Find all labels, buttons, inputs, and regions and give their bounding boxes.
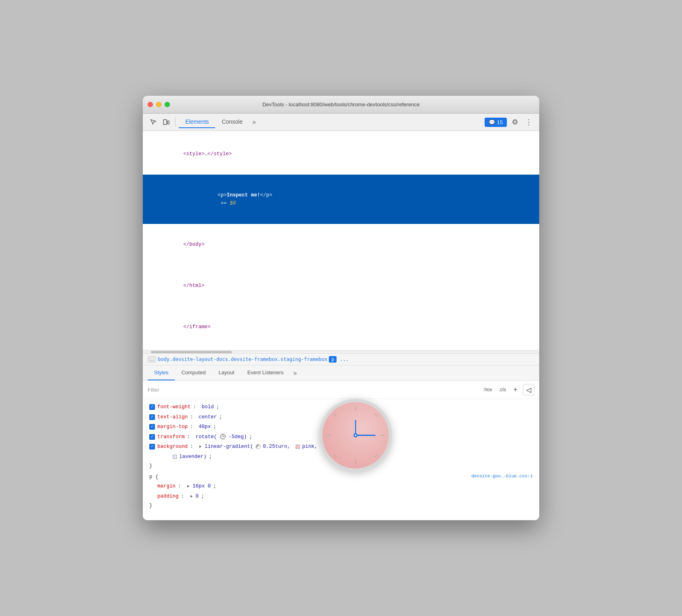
prop-padding: padding : 0 ; <box>149 492 533 502</box>
filter-input[interactable]: Filter <box>148 387 159 393</box>
prop-name-background[interactable]: background <box>157 442 188 451</box>
clock-face <box>319 399 392 472</box>
html-line: </html> <box>143 265 539 306</box>
devtools-toolbar: Elements Console » 💬 15 ⚙ ⋮ <box>143 114 539 131</box>
expand-margin-icon[interactable] <box>187 485 189 487</box>
settings-icon[interactable]: ⚙ <box>509 116 521 128</box>
horizontal-scrollbar[interactable] <box>143 350 539 354</box>
prop-value-transform: rotate( -5deg) <box>196 432 247 442</box>
messages-badge[interactable]: 💬 15 <box>485 118 507 127</box>
breadcrumb-ellipsis[interactable]: ... <box>148 356 156 363</box>
tab-event-listeners[interactable]: Event Listeners <box>241 365 290 380</box>
color-swatch-lavender[interactable] <box>173 455 177 459</box>
prop-checkbox-transform[interactable] <box>149 434 155 440</box>
html-line: </body> <box>143 224 539 265</box>
closing-brace-2: } <box>149 501 533 511</box>
prop-value-margin-top[interactable]: 40px <box>199 422 211 432</box>
tab-console[interactable]: Console <box>215 116 249 128</box>
breadcrumb: ... body.devsite-layout-docs.devsite-fra… <box>143 354 539 365</box>
html-line: <style>…</style> <box>143 133 539 175</box>
timing-icon[interactable] <box>220 434 226 439</box>
prop-value-text-align[interactable]: center <box>199 413 217 422</box>
rule2-selector: p { <box>149 473 159 482</box>
add-rule-button[interactable]: + <box>511 385 520 394</box>
new-style-button[interactable]: ◁ <box>523 384 534 395</box>
filter-bar: Filter :hov .cls + ◁ <box>143 381 539 399</box>
color-swatch-pink[interactable] <box>296 445 300 449</box>
html-tag: <style>…</style> <box>159 151 232 165</box>
css-rule-2: p { devsite-goo…-blue.css:1 margin : 16p… <box>149 473 533 511</box>
filter-actions: :hov .cls + ◁ <box>481 384 534 395</box>
prop-name-font-weight[interactable]: font-weight <box>157 403 191 412</box>
styles-tabs: Styles Computed Layout Event Listeners » <box>143 365 539 381</box>
svg-point-16 <box>355 435 356 436</box>
prop-value-margin[interactable]: 16px 0 <box>193 482 211 491</box>
html-panel: <style>…</style> <p>Inspect me!</p> == $… <box>143 131 539 350</box>
toolbar-separator <box>175 117 176 127</box>
tab-styles[interactable]: Styles <box>148 365 175 380</box>
expand-padding-icon[interactable] <box>191 495 193 498</box>
prop-value-padding[interactable]: 0 <box>196 492 199 501</box>
tab-layout[interactable]: Layout <box>212 365 241 380</box>
svg-line-10 <box>375 413 377 416</box>
prop-checkbox-margin-top[interactable] <box>149 424 155 430</box>
html-line-selected[interactable]: <p>Inspect me!</p> == $0 <box>143 175 539 224</box>
message-icon: 💬 <box>489 119 495 125</box>
message-count: 15 <box>497 119 503 125</box>
titlebar: DevTools - localhost:8080/web/tools/chro… <box>143 96 539 114</box>
svg-line-9 <box>334 413 337 416</box>
minimize-button[interactable] <box>156 102 161 107</box>
h-scroll-thumb[interactable] <box>151 351 232 353</box>
gradient-icon[interactable] <box>256 444 261 449</box>
devtools-window: DevTools - localhost:8080/web/tools/chro… <box>143 96 539 520</box>
device-icon[interactable] <box>161 116 172 128</box>
css-panel: font-weight : bold ; text-align : center… <box>143 399 539 520</box>
toolbar-right: 💬 15 ⚙ ⋮ <box>485 116 534 128</box>
more-tabs-button[interactable]: » <box>249 118 259 126</box>
close-button[interactable] <box>148 102 153 107</box>
more-options-icon[interactable]: ⋮ <box>523 116 534 128</box>
svg-line-12 <box>375 454 377 457</box>
svg-line-11 <box>334 454 337 457</box>
prop-checkbox-font-weight[interactable] <box>149 404 155 410</box>
rule2-source[interactable]: devsite-goo…-blue.css:1 <box>471 473 533 482</box>
prop-margin: margin : 16px 0 ; <box>149 481 533 492</box>
prop-name-margin-top[interactable]: margin-top <box>157 422 188 432</box>
svg-rect-1 <box>167 121 169 124</box>
hov-button[interactable]: :hov <box>481 386 494 393</box>
prop-checkbox-text-align[interactable] <box>149 414 155 420</box>
prop-name-padding[interactable]: padding <box>157 492 179 501</box>
more-style-tabs[interactable]: » <box>290 369 300 377</box>
breadcrumb-path[interactable]: body.devsite-layout-docs.devsite-framebo… <box>158 357 327 362</box>
prop-name-text-align[interactable]: text-align <box>157 413 188 422</box>
prop-name-margin[interactable]: margin <box>157 482 176 491</box>
clock-widget[interactable] <box>319 399 392 472</box>
prop-value-font-weight[interactable]: bold <box>202 403 214 412</box>
prop-checkbox-background[interactable] <box>149 444 155 449</box>
prop-name-transform[interactable]: transform <box>157 432 185 442</box>
main-tabs: Elements Console » <box>179 116 483 128</box>
html-line: </iframe> <box>143 306 539 348</box>
breadcrumb-more[interactable]: ... <box>340 357 349 362</box>
rule2-header: p { devsite-goo…-blue.css:1 <box>149 473 533 482</box>
expand-gradient-icon[interactable] <box>199 445 201 448</box>
breadcrumb-active[interactable]: p <box>329 356 337 363</box>
maximize-button[interactable] <box>165 102 170 107</box>
cls-button[interactable]: .cls <box>497 386 508 393</box>
tab-elements[interactable]: Elements <box>179 116 215 128</box>
svg-rect-0 <box>163 120 167 124</box>
tab-computed[interactable]: Computed <box>175 365 212 380</box>
window-title: DevTools - localhost:8080/web/tools/chro… <box>263 101 420 108</box>
traffic-lights <box>148 102 170 107</box>
inspect-icon[interactable] <box>148 116 159 128</box>
